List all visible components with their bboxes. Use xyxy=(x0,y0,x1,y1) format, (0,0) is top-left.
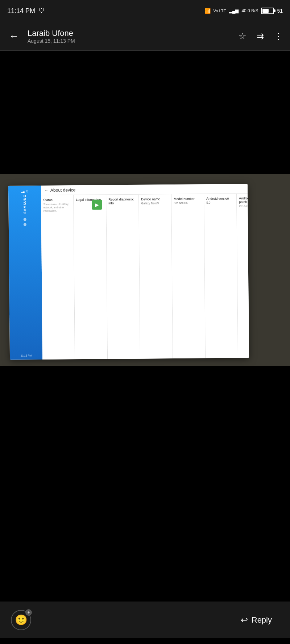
wifi-icon: 📶 xyxy=(204,8,211,14)
phone-screen-inner: ▂▄ 73 SAMSUNG 11:12 PM ← About dev xyxy=(8,184,249,360)
message-image[interactable]: ▂▄ 73 SAMSUNG 11:12 PM ← About dev xyxy=(0,174,290,366)
about-device-title: About device xyxy=(50,187,76,193)
status-bar-left: 11:14 PM 🛡 xyxy=(7,7,45,15)
phone-in-photo: ▂▄ 73 SAMSUNG 11:12 PM ← About dev xyxy=(8,184,249,360)
settings-item-legal: Legal information xyxy=(74,195,108,360)
back-button[interactable]: ← xyxy=(6,28,22,45)
star-button[interactable]: ☆ xyxy=(237,30,248,43)
settings-content: ← About device ▶ Status Show status of b… xyxy=(41,184,249,360)
forward-button[interactable]: ⇉ xyxy=(255,30,265,43)
sidebar-dot-1 xyxy=(24,218,26,221)
samsung-sidebar: ▂▄ 73 SAMSUNG 11:12 PM xyxy=(8,186,42,360)
home-button[interactable] xyxy=(134,641,156,644)
signal-bars-icon: ▂▄▆ xyxy=(229,8,239,13)
recent-apps-button[interactable] xyxy=(37,641,59,644)
samsung-sidebar-icons xyxy=(24,218,26,226)
settings-item-device-name: Device name Galaxy Note3 xyxy=(139,194,173,359)
signal-text: 40.0 B/S xyxy=(241,8,258,13)
reply-label: Reply xyxy=(252,615,272,625)
settings-item-diagnostic: Report diagnostic info xyxy=(106,195,140,359)
arrow-symbol: ▶ xyxy=(95,202,99,208)
emoji-reaction-button[interactable]: 🙂 + xyxy=(11,610,31,630)
contact-name: Laraib Ufone xyxy=(28,29,231,38)
phone-battery: 73 xyxy=(26,190,29,193)
settings-list: Status Show status of battery, network, … xyxy=(41,194,249,360)
battery-fill xyxy=(262,9,269,13)
green-arrow-icon: ▶ xyxy=(92,200,102,210)
shield-icon: 🛡 xyxy=(39,8,45,14)
emoji-icon: 🙂 xyxy=(15,614,28,626)
settings-item-security-patch: Android security patch level 2016-06-01 xyxy=(237,194,249,358)
phone-signal: ▂▄ xyxy=(21,190,25,193)
settings-item-status: Status Show status of battery, network, … xyxy=(41,195,75,360)
back-arrow-icon: ← xyxy=(45,188,48,192)
phone-status-row: ▂▄ 73 xyxy=(21,190,29,193)
back-nav-button[interactable] xyxy=(231,641,253,644)
black-top-space xyxy=(0,51,290,174)
message-area: ▂▄ 73 SAMSUNG 11:12 PM ← About dev xyxy=(0,51,290,602)
battery-icon xyxy=(261,8,274,14)
nav-bar xyxy=(0,638,290,644)
sidebar-dot-2 xyxy=(24,223,26,226)
toolbar: ← Laraib Ufone August 15, 11:13 PM ☆ ⇉ ⋮ xyxy=(0,22,290,51)
status-time: 11:14 PM xyxy=(7,7,35,15)
status-bar-right: 📶 Vo LTE ▂▄▆ 40.0 B/S 51 xyxy=(204,8,283,14)
toolbar-actions: ☆ ⇉ ⋮ xyxy=(237,30,284,43)
reply-arrow-icon: ↩ xyxy=(241,615,248,625)
lte-text: Vo LTE xyxy=(214,9,226,13)
samsung-brand-text: SAMSUNG xyxy=(23,194,26,213)
message-timestamp: August 15, 11:13 PM xyxy=(28,38,231,44)
status-bar: 11:14 PM 🛡 📶 Vo LTE ▂▄▆ 40.0 B/S 51 xyxy=(0,0,290,22)
phone-time-display: 11:12 PM xyxy=(21,354,32,357)
black-bottom-space xyxy=(0,366,290,602)
bottom-action-bar: 🙂 + ↩ Reply xyxy=(0,602,290,638)
reply-button[interactable]: ↩ Reply xyxy=(233,611,279,629)
settings-item-model: Model number SM-N9005 xyxy=(171,194,206,358)
emoji-plus-icon: + xyxy=(25,609,32,616)
contact-info: Laraib Ufone August 15, 11:13 PM xyxy=(28,29,231,44)
more-button[interactable]: ⋮ xyxy=(273,30,284,43)
battery-level: 51 xyxy=(277,8,283,14)
settings-item-android-version: Android version 5.0 xyxy=(204,194,238,358)
